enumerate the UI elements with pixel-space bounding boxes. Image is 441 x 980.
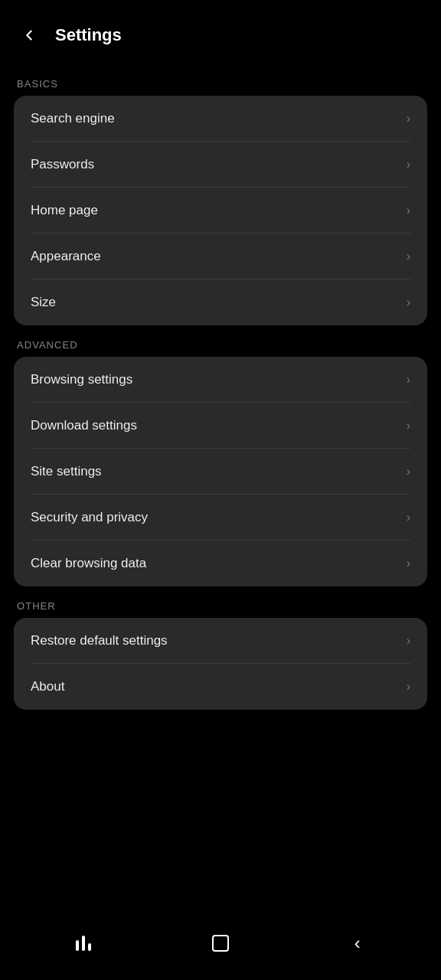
menu-item-size[interactable]: Size › [14,279,427,325]
menu-item-clear-browsing-data[interactable]: Clear browsing data › [14,541,427,586]
chevron-right-icon: › [407,112,410,126]
bottom-nav: ‹ [0,916,441,980]
header: Settings [0,0,441,64]
menu-item-about[interactable]: About › [14,664,427,710]
chevron-right-icon: › [407,373,410,387]
advanced-card: Browsing settings › Download settings › … [14,357,427,586]
home-icon [212,935,229,952]
chevron-right-icon: › [407,250,410,263]
chevron-right-icon: › [407,511,410,524]
recents-button[interactable] [60,928,106,959]
menu-item-security-privacy[interactable]: Security and privacy › [14,495,427,541]
recents-icon [76,936,91,951]
menu-item-restore-defaults[interactable]: Restore default settings › [14,618,427,664]
chevron-right-icon: › [407,204,410,217]
home-button[interactable] [198,928,243,959]
page-title: Settings [55,25,122,45]
basics-card: Search engine › Passwords › Home page › … [14,96,427,325]
section-label-other: OTHER [0,586,441,618]
chevron-right-icon: › [407,634,410,648]
chevron-right-icon: › [407,680,410,694]
menu-item-search-engine[interactable]: Search engine › [14,96,427,142]
back-button[interactable] [15,21,43,49]
section-label-advanced: ADVANCED [0,325,441,357]
back-nav-button[interactable]: ‹ [335,928,381,959]
menu-item-appearance[interactable]: Appearance › [14,234,427,279]
chevron-right-icon: › [407,557,410,570]
menu-item-download-settings[interactable]: Download settings › [14,403,427,449]
other-card: Restore default settings › About › [14,618,427,710]
menu-item-site-settings[interactable]: Site settings › [14,449,427,495]
section-label-basics: BASICS [0,64,441,96]
menu-item-passwords[interactable]: Passwords › [14,142,427,188]
chevron-right-icon: › [407,465,410,479]
menu-item-browsing-settings[interactable]: Browsing settings › [14,357,427,403]
menu-item-home-page[interactable]: Home page › [14,188,427,234]
chevron-right-icon: › [407,419,410,433]
back-nav-icon: ‹ [354,933,361,954]
chevron-right-icon: › [407,158,410,172]
chevron-right-icon: › [407,296,410,309]
